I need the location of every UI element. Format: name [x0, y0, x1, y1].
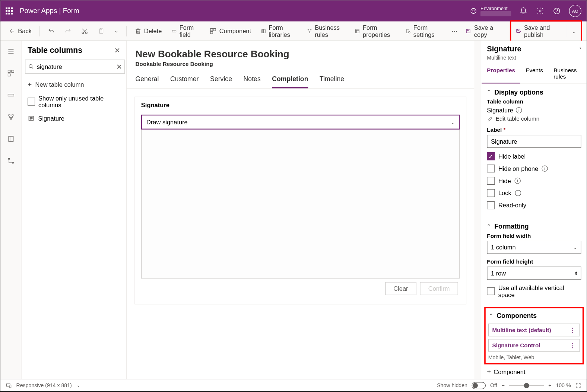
- form-settings-button[interactable]: Form settings: [402, 21, 445, 41]
- rail-tree[interactable]: [4, 110, 18, 124]
- component-multiline[interactable]: Multiline text (default) ⋮: [488, 324, 580, 337]
- new-column-label: New table column: [35, 81, 84, 88]
- overflow-button[interactable]: ⋯: [448, 25, 462, 37]
- signature-section[interactable]: Signature Draw signature ⌄ Clear Confirm: [134, 97, 466, 305]
- undo-button[interactable]: [44, 25, 58, 37]
- field-width-select[interactable]: 1 column⌄: [487, 241, 581, 254]
- svg-point-25: [8, 158, 10, 160]
- responsive-chevron[interactable]: ⌄: [76, 383, 80, 388]
- signature-field[interactable]: Draw signature ⌄ Clear Confirm: [141, 115, 460, 298]
- add-component-button[interactable]: + Component: [482, 364, 587, 379]
- svg-point-12: [308, 29, 308, 30]
- tab-service[interactable]: Service: [210, 75, 232, 88]
- settings-icon[interactable]: [536, 7, 545, 16]
- delete-label: Delete: [144, 28, 162, 35]
- field-height-select[interactable]: 1 row▴▾: [487, 267, 581, 280]
- svg-rect-8: [210, 28, 213, 31]
- column-search-input[interactable]: [37, 63, 114, 70]
- column-search-box[interactable]: ✕: [25, 60, 125, 74]
- new-table-column-button[interactable]: + New table column: [25, 77, 123, 92]
- save-publish-chevron[interactable]: ⌄: [567, 25, 580, 37]
- notifications-icon[interactable]: [519, 7, 528, 16]
- hide-label-checkbox[interactable]: ✓Hide label: [487, 153, 581, 160]
- form-libraries-button[interactable]: Form libraries: [257, 21, 301, 41]
- business-rules-icon: [307, 28, 312, 35]
- business-rules-button[interactable]: Business rules: [303, 21, 349, 41]
- paste-button[interactable]: [94, 25, 108, 37]
- form-field-button[interactable]: Form field: [168, 21, 204, 41]
- save-copy-button[interactable]: Save a copy: [462, 21, 507, 41]
- zoom-slider[interactable]: [509, 385, 544, 386]
- info-icon[interactable]: i: [515, 178, 521, 184]
- label-input[interactable]: [487, 135, 581, 148]
- edit-table-column-link[interactable]: Edit table column: [487, 116, 581, 122]
- toggle-off-label: Off: [490, 382, 497, 388]
- table-columns-panel: Table columns ✕ ✕ ⌄ + New table column: [22, 41, 127, 379]
- component-button[interactable]: Component: [206, 25, 255, 37]
- component-more-icon[interactable]: ⋮: [569, 327, 576, 334]
- show-hidden-toggle[interactable]: [472, 382, 486, 389]
- signature-canvas[interactable]: [141, 130, 460, 278]
- info-icon[interactable]: i: [516, 107, 522, 113]
- hide-checkbox[interactable]: Hidei: [487, 177, 581, 185]
- info-icon[interactable]: i: [515, 190, 521, 196]
- svg-point-1: [539, 10, 541, 12]
- form-properties-button[interactable]: Form properties: [351, 21, 399, 41]
- prop-tab-business-rules[interactable]: Business rules: [549, 64, 587, 84]
- search-icon: [28, 64, 34, 70]
- tab-general[interactable]: General: [136, 75, 159, 88]
- zoom-out-button[interactable]: −: [501, 382, 504, 388]
- form-subtitle: Bookable Resource Booking: [136, 61, 466, 68]
- rail-library[interactable]: [4, 132, 18, 146]
- show-unused-toggle[interactable]: Show only unused table columns: [25, 92, 123, 111]
- tab-notes[interactable]: Notes: [244, 75, 261, 88]
- redo-button[interactable]: [61, 25, 75, 37]
- components-header[interactable]: ⌃Components: [488, 310, 580, 321]
- info-icon[interactable]: i: [542, 166, 548, 172]
- user-avatar[interactable]: AO: [569, 5, 581, 17]
- cut-button[interactable]: [77, 25, 92, 37]
- paste-chevron[interactable]: ⌄: [111, 25, 122, 36]
- prop-tab-properties[interactable]: Properties: [482, 64, 521, 84]
- tab-completion[interactable]: Completion: [272, 75, 308, 88]
- delete-button[interactable]: Delete: [131, 25, 165, 37]
- app-launcher-icon[interactable]: [6, 7, 13, 15]
- fit-screen-icon[interactable]: [575, 382, 581, 388]
- rail-components[interactable]: [4, 66, 18, 80]
- confirm-button[interactable]: Confirm: [420, 282, 458, 295]
- column-item-signature[interactable]: Signature: [25, 111, 123, 125]
- back-button[interactable]: Back: [5, 25, 35, 37]
- rail-hamburger[interactable]: [4, 44, 18, 58]
- prop-subtitle: Multiline text: [482, 55, 587, 64]
- formatting-header[interactable]: ⌃Formatting: [487, 223, 581, 230]
- component-more-icon[interactable]: ⋮: [569, 342, 576, 349]
- close-panel-button[interactable]: ✕: [114, 47, 120, 55]
- tab-timeline[interactable]: Timeline: [320, 75, 344, 88]
- prop-tab-events[interactable]: Events: [520, 64, 548, 84]
- footer-bar: Responsive (914 x 881) ⌄ Show hidden Off…: [0, 379, 587, 391]
- table-column-label: Table column: [487, 99, 581, 105]
- arrow-left-icon: [8, 28, 15, 35]
- draw-signature-header[interactable]: Draw signature ⌄: [141, 115, 460, 130]
- hide-on-phone-checkbox[interactable]: Hide on phonei: [487, 165, 581, 173]
- form-field-label: Form field: [180, 24, 200, 38]
- display-options-header[interactable]: ⌃Display options: [487, 89, 581, 96]
- expand-panel-icon[interactable]: ›: [580, 45, 581, 50]
- components-highlight: ⌃Components Multiline text (default) ⋮ S…: [485, 307, 584, 364]
- save-publish-button[interactable]: Save and publish: [512, 21, 567, 41]
- clear-search-button[interactable]: ✕: [116, 63, 122, 71]
- use-all-space-checkbox[interactable]: Use all available vertical space: [487, 284, 581, 299]
- read-only-checkbox[interactable]: Read-only: [487, 201, 581, 209]
- clear-button[interactable]: Clear: [385, 282, 416, 295]
- lock-checkbox[interactable]: Locki: [487, 189, 581, 197]
- responsive-label[interactable]: Responsive (914 x 881): [16, 382, 72, 388]
- tab-customer[interactable]: Customer: [170, 75, 199, 88]
- rail-rules[interactable]: [4, 154, 18, 168]
- zoom-in-button[interactable]: +: [548, 382, 551, 388]
- environment-picker[interactable]: Environment: [470, 6, 511, 16]
- svg-rect-20: [8, 70, 10, 73]
- rail-form-field[interactable]: [4, 88, 18, 102]
- component-signature-control[interactable]: Signature Control ⋮: [488, 339, 580, 352]
- help-icon[interactable]: [552, 7, 561, 16]
- svg-rect-16: [406, 29, 409, 33]
